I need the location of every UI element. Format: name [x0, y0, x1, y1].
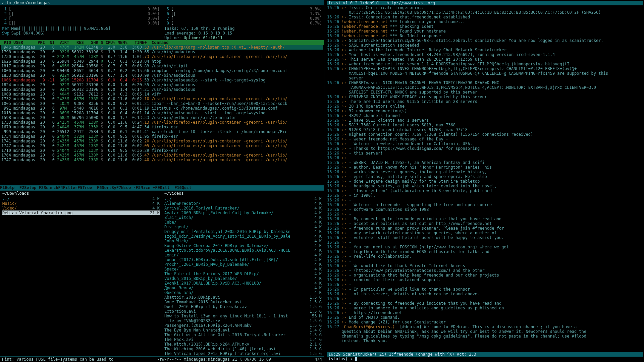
file-row[interactable]: The.Witch.(2015).BDRip.x264.AFM.mkv2.1 G — [164, 342, 322, 347]
file-row[interactable]: Vozduh_2015_BDRip_by_Dalemake/4 K — [164, 276, 322, 281]
irc-line: 16:26 ›› - freenode runs an open proxy s… — [327, 226, 643, 231]
file-row[interactable]: Duel _2016_HDRip_iT_by_Dalemake.avi1.5 G — [164, 304, 322, 309]
process-row[interactable]: 1747 mindaugas 20 0 2425M 457M 138M S 0.… — [1, 158, 323, 162]
file-row[interactable]: Avatar_2009_BDRip_[Extended_Cut]_by_Dale… — [164, 210, 322, 215]
process-row[interactable]: 1626 mindaugas 20 0 25984 5040 2944 R 0.… — [1, 59, 323, 64]
irc-line: 16:26 !weber.freenode.net *** Found your… — [327, 29, 643, 34]
file-row[interactable]: ../4 K — [2, 196, 160, 201]
irc-line: 16:26 ›› There are 113 users and 91155 i… — [327, 99, 643, 104]
cpu-bar-7: 7[0.0%] — [164, 16, 322, 21]
process-row[interactable]: 1747 mindaugas 20 0 2425M 457M 138M S 0.… — [1, 143, 323, 148]
file-row[interactable]: John_Wick/4 K — [164, 239, 322, 243]
file-row[interactable]: Proch'_.2017_BDRip_MVO_by_Dalemake/4 K — [164, 262, 322, 267]
process-row[interactable]: 991 mindaugas 20 0 97M 5440 4616 S 0.0 0… — [1, 106, 323, 111]
file-row[interactable]: Обитель зла/4 K — [164, 290, 322, 295]
process-row[interactable]: 1741 mindaugas 20 0 2425M 457M 138M S 0.… — [1, 139, 323, 143]
file-row[interactable]: The_Witching_2016_web-dlrip_[1.46]_[teko… — [164, 347, 322, 351]
process-row[interactable]: 1817 mindaugas 20 0 496M 28544 20568 S 0… — [1, 64, 323, 68]
process-row[interactable]: 1730 mindaugas 20 0 2425M 457M 138M S 0.… — [1, 54, 323, 59]
process-row[interactable]: 1825 mindaugas 20 0 922M 56912 33196 S 0… — [1, 87, 323, 92]
irc-line: 16:26 !weber.freenode.net *** No Ident r… — [327, 34, 643, 38]
file-row[interactable]: Дрожь Земли/4 K — [164, 286, 322, 290]
file-row[interactable]: Cube/4 K — [164, 220, 322, 225]
process-row[interactable]: 1798 mindaugas 20 0 922M 56912 33196 S 1… — [1, 50, 323, 54]
htop-panel: 1[0.0%]2[|0.0%]3[0.0%]4[||0.0%] 5[3.3%]6… — [0, 5, 324, 40]
cpu-bar-2: 2[|0.0%] — [2, 11, 160, 16]
file-row[interactable]: Lenin/4 K — [164, 253, 322, 257]
vifm-right-pane[interactable]: ~/Videos ../4 KAlien&Predator/4 KArrival… — [162, 190, 324, 357]
irc-line: SAFELIST ELIST=CTU KNOCK are supported b… — [327, 90, 643, 95]
vifm-left-pane[interactable]: ~/Downloads ../4 KMusic/4 KVideo/4 KDebi… — [0, 190, 162, 357]
file-row[interactable]: Lekarstvo.ot.zdorovya.2016.DUAL.BDRip.Xv… — [164, 248, 322, 253]
irc-line: 16:26 ›› - any network-related questions… — [327, 231, 643, 235]
process-header[interactable]: PID USER PRI NI VIRT RES SHR S CPU% MEM%… — [0, 40, 324, 45]
file-row[interactable]: Video/4 K — [2, 206, 160, 210]
process-row[interactable]: 1008 mindaugas 20 0 404M 9132 7812 S 0.0… — [1, 92, 323, 97]
irc-line: 16:26 ›› Scaniatrucker!Scaniatruc@78-56-… — [327, 38, 643, 43]
file-row[interactable]: Drugoy_mir_[Pentalogiya]_2003-2016_BDRip… — [164, 229, 322, 234]
irc-line: 16:26 ›› - of this server, details of wh… — [327, 292, 643, 296]
vifm-left-title: ~/Downloads — [0, 191, 162, 196]
file-row[interactable]: The_Vatican_Tapes_2015_BDRip_[rutracker.… — [164, 351, 322, 356]
process-row[interactable]: 1000 mindaugas 20 0 90468 8652 4644 S 0.… — [1, 68, 323, 73]
vifm-right-list[interactable]: ../4 KAlien&Predator/4 KArrival.2016.Tor… — [162, 196, 324, 356]
process-row[interactable]: 1598 mindaugas 20 0 683M 66796 35000 S 0… — [1, 115, 323, 120]
process-row[interactable]: 1833 mindaugas 20 0 922M 56912 33196 S 0… — [1, 73, 323, 78]
irc-line: 16:26 ›› - You can meet us at FOSSCON (h… — [327, 245, 643, 249]
irc-line: 16:26 ›› - — [327, 156, 643, 160]
file-row[interactable]: Izgoi_Odin_Zvezdnye_Voiny_Istorii_2016_B… — [164, 234, 322, 239]
file-row[interactable]: Abattoir.2016.BDRip.avi1.5 G — [164, 295, 322, 300]
file-row[interactable]: Alien&Predator/4 K — [164, 201, 322, 206]
file-row[interactable]: Kong_Ostrov_Cherepa_2017_BDRip_by_Dalema… — [164, 243, 322, 248]
file-row[interactable]: Extortion.avi1.5 G — [164, 309, 322, 314]
irc-line: 16:26 ›› - organisations that help keep … — [327, 273, 643, 278]
process-row[interactable]: 1764 mindaugas 20 0 2425M 457M 138M S 0.… — [1, 153, 323, 158]
file-row[interactable]: Music/4 K — [2, 201, 160, 206]
file-row[interactable]: Blair_witch/4 K — [164, 215, 322, 220]
process-row[interactable]: 1733 mindaugas 20 0 2425M 457M 138M S 0.… — [1, 120, 323, 125]
htop-fkeys[interactable]: F1Help F2Setup F3SearchF4FilterF5Tree F6… — [0, 185, 324, 190]
process-row[interactable]: 1006 mindaugas 9 -11 869M 15208 11704 S … — [1, 78, 323, 82]
irc-line: 16:26 ›› 48292 channels formed — [327, 113, 643, 118]
irssi-log[interactable]: 16:26 ›› Irssi: Certificate fingerprint:… — [327, 5, 643, 352]
process-row[interactable]: 1732 mindaugas 20 0 2425M 457M 138M S 0.… — [1, 97, 323, 101]
process-row[interactable]: 1824 mindaugas 20 0 922M 56912 33196 S 0… — [1, 82, 323, 87]
file-row[interactable]: The Pack.avi1.4 G — [164, 337, 322, 342]
file-row[interactable]: Logan_(2017).HDRip.Dub.ac3.sub_[All.Film… — [164, 257, 322, 262]
process-row[interactable]: 946 mindaugas 20 0 470M 142M 61348 S 2.0… — [1, 45, 323, 50]
process-row[interactable]: 999 mindaugas 20 0 26512 2912 2584 S 0.0… — [1, 129, 323, 134]
process-row[interactable]: 1734 mindaugas 20 0 2404M 373M 133M S 0.… — [1, 134, 323, 139]
irssi-input[interactable]: (status) › — [327, 357, 643, 361]
irc-line: 16:26 ›› - By connecting to freenode you… — [327, 217, 643, 221]
irc-line: 16:26 ›› - boardgame series, a job which… — [327, 184, 643, 188]
irc-line: 16:26 ›› - WEBER, DAVID M. (1952-), an A… — [327, 160, 643, 165]
irc-line: 16:26 ›› weber.freenode.net ircd-seven-1… — [327, 62, 643, 66]
file-row[interactable]: How to Install i3wm on any Linux Mint 18… — [164, 314, 322, 318]
file-row[interactable]: Bone Tomahawk_2015_Rutracker.avi1.5 G — [164, 300, 322, 304]
vifm-left-list[interactable]: ../4 KMusic/4 KVideo/4 KDebian-Vetorial-… — [0, 196, 162, 356]
process-row[interactable]: 1710 mindaugas 20 0 2404M 373M 133M S 0.… — [1, 148, 323, 153]
irssi-titlebar: Irssi v1.0.2-1+deb9u1 - http://www.irssi… — [327, 1, 643, 5]
irc-line: 16:26 ›› CHARSET=ascii NICKLEN=16 CHANNE… — [327, 80, 643, 85]
process-row[interactable]: 1005 mindaugas 20 0 103M 9388 8356 S 0.0… — [1, 101, 323, 106]
file-row[interactable]: Divirgent/4 K — [164, 225, 322, 229]
file-row[interactable]: Space/4 K — [164, 267, 322, 272]
file-row[interactable]: The Girl with All the Gifts.2016.Toriyal… — [164, 333, 322, 337]
irc-line: 16:26 ›› Welcome to the freenode Interne… — [327, 48, 643, 52]
process-row[interactable]: 1013 mindaugas 20 0 869M 15208 11704 S 0… — [1, 111, 323, 115]
process-row[interactable]: 1670 mindaugas 20 0 2404M 373M 133M S 0.… — [1, 125, 323, 129]
file-row[interactable]: Passengers.(2016).HDRip.x264.AFM.mkv1.5 … — [164, 323, 322, 328]
file-row[interactable]: Arrival.2016.Toriyal.Rutracker/4 K — [164, 206, 322, 210]
irc-line: 16:26 ›› - — [327, 240, 643, 245]
irc-line: 16:26 ›› Highest connection count: 7369 … — [327, 132, 643, 137]
cpu-bar-8: 8[0.7%] — [164, 21, 322, 25]
irc-line: 16:26 ›› - (https://www.privateinterneta… — [327, 268, 643, 273]
file-row[interactable]: The Fate of the Furious_2017_WEB-DLRip/4… — [164, 272, 322, 276]
process-list[interactable]: 946 mindaugas 20 0 470M 142M 61348 S 2.0… — [0, 45, 324, 185]
file-row[interactable]: Life by_IVAN@190282.mkv1.5 G — [164, 318, 322, 323]
file-row[interactable]: ../4 K — [164, 196, 322, 201]
file-row[interactable]: The Bye Bye Man Unrated.avi1.4 G — [164, 328, 322, 333]
file-row[interactable]: Debian-Vetorial-Character.png21 K — [2, 210, 160, 215]
file-row[interactable]: Zvonki.2017.DUAL.BDRip.XviD.AC3.-HQCLUB/… — [164, 281, 322, 286]
irc-line: 16:26 ›› 32 unknown connection(s) — [327, 109, 643, 113]
